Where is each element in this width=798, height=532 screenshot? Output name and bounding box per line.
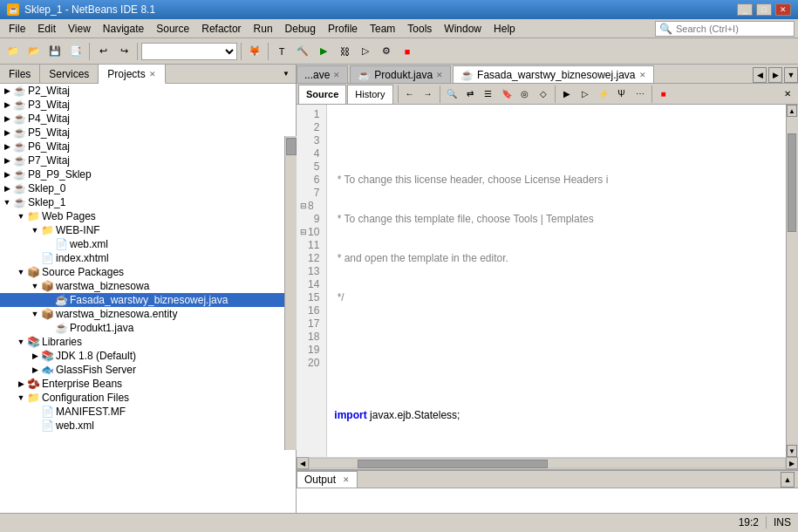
bookmark-btn[interactable]: 🔖	[498, 85, 515, 103]
hscroll-left-button[interactable]: ◀	[297, 457, 309, 469]
tree-toggle-sklep0[interactable]: ▶	[2, 183, 12, 194]
output-tab-close-icon[interactable]: ✕	[343, 475, 350, 484]
tree-item-fasada[interactable]: ▶ ☕ Fasada_warstwy_biznesowej.java	[0, 293, 296, 307]
debug-btn[interactable]: ⚡	[595, 85, 612, 103]
output-tab[interactable]: Output ✕	[297, 471, 358, 488]
code-editor[interactable]: 1 2 3 4 5 6 7 ⊟8 9 ⊟10 11 12 13 14 15 16	[297, 105, 798, 457]
tree-item-jdk[interactable]: ▶ 📚 JDK 1.8 (Default)	[0, 349, 296, 363]
forward-btn[interactable]: →	[419, 85, 437, 103]
menu-edit[interactable]: Edit	[32, 21, 61, 37]
menu-file[interactable]: File	[3, 21, 31, 37]
close-button[interactable]: ✕	[775, 3, 791, 16]
tree-item-p6[interactable]: ▶ ☕ P6_Witaj	[0, 140, 296, 153]
tree-toggle-enterprise[interactable]: ▶	[16, 379, 26, 389]
tree-toggle-srcpkg[interactable]: ▼	[16, 267, 26, 277]
save-button[interactable]: 💾	[45, 42, 65, 61]
tree-toggle-p5[interactable]: ▶	[2, 127, 12, 138]
tree-item-p8[interactable]: ▶ ☕ P8_P9_Sklep	[0, 167, 296, 181]
tree-item-libraries[interactable]: ▼ 📚 Libraries	[0, 335, 296, 349]
editor-tab-produkt[interactable]: ☕ Produkt.java ✕	[350, 65, 451, 83]
editor-tab-fasada[interactable]: ☕ Fasada_warstwy_biznesowej.java ✕	[453, 65, 653, 83]
run-config-dropdown[interactable]	[141, 43, 237, 60]
tree-toggle-webinf[interactable]: ▼	[30, 225, 40, 235]
toggle-btn[interactable]: ☰	[480, 85, 497, 103]
tree-item-webxml[interactable]: ▶ 📄 web.xml	[0, 237, 296, 251]
tree-vscrollbar[interactable]	[284, 136, 297, 450]
hscroll-thumb[interactable]	[358, 460, 548, 468]
undo-button[interactable]: ↩	[93, 42, 113, 61]
minimize-button[interactable]: _	[737, 3, 753, 16]
toolbar-btn-run[interactable]: ▶	[314, 42, 333, 61]
hscroll-track[interactable]	[309, 458, 786, 468]
tree-toggle-warstwa-entity[interactable]: ▼	[30, 309, 40, 319]
history-tab[interactable]: History	[347, 85, 392, 104]
test-btn[interactable]: ▷	[576, 85, 594, 103]
open-project-button[interactable]: 📂	[24, 42, 44, 61]
menu-view[interactable]: View	[63, 21, 96, 37]
tree-toggle-p3[interactable]: ▶	[2, 99, 12, 110]
code-content[interactable]: * To change this license header, choose …	[327, 105, 786, 457]
editor-vscrollbar[interactable]: ▲ ▼	[786, 105, 798, 457]
vscroll-track[interactable]	[787, 117, 798, 445]
tree-toggle-p4[interactable]: ▶	[2, 113, 12, 124]
panel-minimize-button[interactable]: ▼	[280, 68, 292, 80]
save-all-button[interactable]: 📑	[66, 42, 85, 61]
vscroll-up-button[interactable]: ▲	[787, 105, 797, 117]
menu-navigate[interactable]: Navigate	[98, 21, 149, 37]
stop-btn[interactable]: ■	[655, 85, 672, 103]
tree-toggle-p7[interactable]: ▶	[2, 155, 12, 166]
tree-item-p4[interactable]: ▶ ☕ P4_Witaj	[0, 112, 296, 126]
tree-item-p5[interactable]: ▶ ☕ P5_Witaj	[0, 126, 296, 140]
tree-item-srcpkg[interactable]: ▼ 📦 Source Packages	[0, 265, 296, 279]
tree-toggle-webpages[interactable]: ▼	[16, 211, 26, 222]
vscroll-down-button[interactable]: ▼	[787, 445, 797, 457]
find-btn[interactable]: 🔍	[443, 85, 460, 103]
editor-nav-prev-button[interactable]: ◀	[753, 67, 767, 83]
toolbar-btn-stop[interactable]: ■	[398, 42, 417, 61]
editor-nav-dropdown-button[interactable]: ▼	[784, 67, 798, 83]
tree-toggle-warstwa[interactable]: ▼	[30, 281, 40, 291]
search-box[interactable]: 🔍	[655, 21, 795, 37]
source-tab[interactable]: Source	[298, 85, 346, 104]
tree-item-produkt1[interactable]: ▶ ☕ Produkt1.java	[0, 321, 296, 335]
toolbar-btn-chain[interactable]: ⛓	[335, 42, 354, 61]
close-editor-btn[interactable]: ✕	[779, 85, 796, 103]
nav-btn2[interactable]: ◇	[535, 85, 552, 103]
tree-item-webxml2[interactable]: ▶ 📄 web.xml	[0, 419, 296, 433]
back-btn[interactable]: ←	[401, 85, 419, 103]
maximize-button[interactable]: □	[756, 3, 772, 16]
menu-refactor[interactable]: Refactor	[196, 21, 246, 37]
tab-projects-close-icon[interactable]: ✕	[149, 70, 156, 78]
tab-files[interactable]: Files	[0, 65, 40, 83]
tree-item-enterprise[interactable]: ▶ 🫘 Enterprise Beans	[0, 377, 296, 391]
tree-item-p2[interactable]: ▶ ☕ P2_Witaj	[0, 84, 296, 98]
editor-hscrollbar[interactable]: ◀ ▶	[297, 457, 798, 469]
output-maximize-button[interactable]: ▲	[781, 472, 795, 488]
tab-projects[interactable]: Projects ✕	[99, 65, 165, 84]
toolbar-btn-hammer[interactable]: 🔨	[293, 42, 312, 61]
tree-toggle-p6[interactable]: ▶	[2, 141, 12, 152]
new-project-button[interactable]: 📁	[3, 42, 23, 61]
hscroll-right-button[interactable]: ▶	[786, 457, 798, 469]
tree-toggle-sklep1[interactable]: ▼	[2, 197, 12, 208]
tree-toggle-glassfish[interactable]: ▶	[30, 365, 40, 375]
redo-button[interactable]: ↪	[114, 42, 133, 61]
project-tree[interactable]: ▶ ☕ P2_Witaj ▶ ☕ P3_Witaj ▶ ☕ P4_Witaj	[0, 84, 296, 513]
tree-item-warstwa[interactable]: ▼ 📦 warstwa_biznesowa	[0, 279, 296, 293]
tree-item-glassfish[interactable]: ▶ 🐟 GlassFish Server	[0, 363, 296, 377]
tree-toggle-config[interactable]: ▼	[16, 392, 26, 403]
tree-toggle-libraries[interactable]: ▼	[16, 337, 26, 347]
tab-fasada-close-icon[interactable]: ✕	[639, 71, 646, 79]
toolbar-btn-run2[interactable]: ▷	[356, 42, 375, 61]
tree-scroll-thumb[interactable]	[286, 138, 297, 155]
menu-tools[interactable]: Tools	[402, 21, 437, 37]
tree-item-warstwa-entity[interactable]: ▼ 📦 warstwa_biznesowa.entity	[0, 307, 296, 321]
tree-toggle-p2[interactable]: ▶	[2, 85, 12, 96]
firefox-button[interactable]: 🦊	[245, 42, 264, 61]
tab-services[interactable]: Services	[40, 65, 99, 83]
menu-profile[interactable]: Profile	[323, 21, 363, 37]
tree-item-sklep1[interactable]: ▼ ☕ Sklep_1	[0, 195, 296, 209]
tab-produkt-close-icon[interactable]: ✕	[436, 71, 443, 79]
more-btn[interactable]: ⋯	[631, 85, 649, 103]
tree-toggle-jdk[interactable]: ▶	[30, 351, 40, 361]
